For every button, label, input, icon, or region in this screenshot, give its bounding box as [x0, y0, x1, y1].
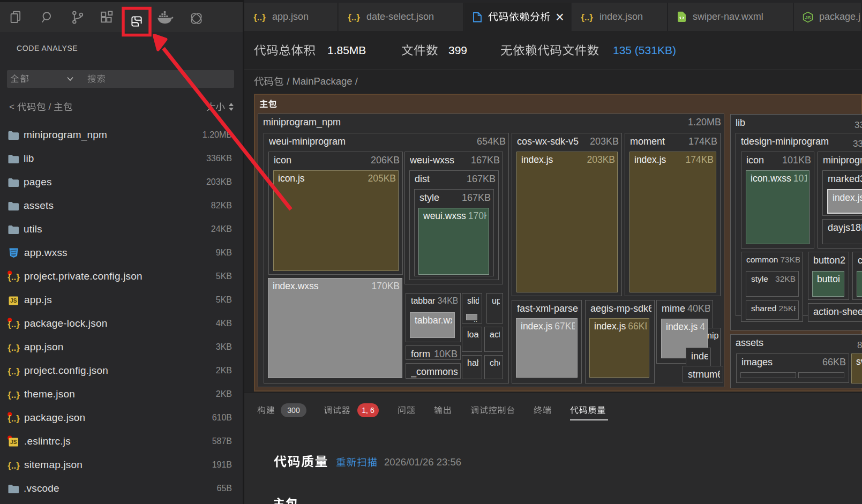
svg-text:{..}: {..} — [253, 12, 266, 22]
svg-text:JS: JS — [10, 439, 17, 445]
svg-text:JS: JS — [10, 298, 17, 304]
svg-text:{..}: {..} — [581, 12, 593, 22]
svg-text:{..}: {..} — [8, 366, 20, 377]
svg-text:{..}: {..} — [8, 413, 20, 424]
svg-text:{..}: {..} — [8, 343, 20, 353]
svg-text:{..}: {..} — [348, 12, 360, 22]
svg-text:JS: JS — [805, 15, 811, 20]
svg-text:{..}: {..} — [8, 319, 20, 329]
svg-text:{..}: {..} — [8, 390, 20, 400]
svg-text:{..}: {..} — [8, 461, 20, 471]
svg-text:{..}: {..} — [8, 272, 20, 282]
